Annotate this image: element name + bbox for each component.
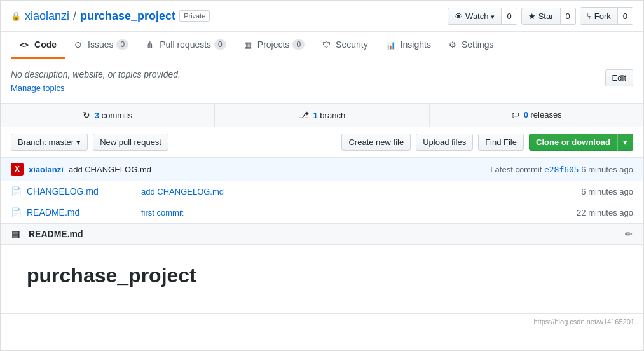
manage-topics-link[interactable]: Manage topics [11, 83, 181, 93]
star-label: Star [538, 11, 554, 21]
file-actions-bar: Branch: master ▾ New pull request Create… [1, 127, 643, 158]
create-new-file-button[interactable]: Create new file [341, 134, 411, 151]
fork-group: Fork 0 [580, 7, 633, 25]
tab-pull-requests[interactable]: Pull requests 0 [137, 32, 235, 59]
branch-dropdown-icon: ▾ [76, 137, 81, 147]
tab-projects-label: Projects [257, 39, 290, 50]
readme-title: README.md [11, 229, 83, 239]
file-name-changelog: CHANGELOG.md [27, 186, 141, 196]
proj-icon [244, 39, 254, 50]
star-count: 0 [561, 8, 576, 25]
clone-label: Clone or download [536, 137, 610, 147]
tab-issues[interactable]: Issues 0 [65, 32, 137, 59]
repo-description: No description, website, or topics provi… [1, 59, 643, 104]
tab-security[interactable]: Security [313, 32, 377, 59]
tab-code[interactable]: Code [11, 32, 65, 59]
clone-group: Clone or download ▾ [529, 134, 633, 151]
commits-label: commits [102, 111, 132, 120]
commit-right: Latest commit e28f605 6 minutes ago [490, 165, 633, 174]
readme-content: purchase_project [1, 245, 643, 313]
upload-files-button[interactable]: Upload files [416, 134, 473, 151]
tab-projects[interactable]: Projects 0 [235, 32, 313, 59]
tab-issues-label: Issues [88, 39, 113, 50]
table-row: 📄 README.md first commit 22 minutes ago [1, 202, 643, 223]
readme-section: README.md ✏ purchase_project [1, 223, 643, 314]
file-link-changelog[interactable]: CHANGELOG.md [27, 186, 99, 196]
commits-link[interactable]: 3 [95, 111, 99, 120]
readme-header: README.md ✏ [1, 224, 643, 245]
tab-settings-label: Settings [462, 39, 494, 50]
star-group: Star 0 [521, 8, 576, 25]
clone-chevron-icon: ▾ [623, 137, 627, 147]
repo-stats: 3 commits 1 branch 0 releases [1, 104, 643, 127]
commit-message: add CHANGELOG.md [69, 165, 151, 174]
gear-icon [449, 39, 458, 50]
star-icon [528, 11, 536, 21]
watch-group: Watch 0 [448, 8, 517, 25]
file-doc-icon: 📄 [11, 207, 22, 217]
file-commit-msg-readme[interactable]: first commit [141, 208, 183, 217]
file-list: 📄 CHANGELOG.md add CHANGELOG.md 6 minute… [1, 181, 643, 223]
find-file-button[interactable]: Find File [478, 134, 524, 151]
commits-icon [83, 111, 92, 120]
issues-icon [74, 39, 85, 50]
tag-icon [511, 110, 521, 120]
star-button[interactable]: Star [521, 8, 561, 25]
commit-banner: X xiaolanzi add CHANGELOG.md Latest comm… [1, 158, 643, 181]
commit-hash-link[interactable]: e28f605 [544, 165, 579, 174]
eye-icon [455, 11, 463, 21]
repo-name-link[interactable]: purchase_project [80, 10, 175, 23]
avatar: X [11, 163, 24, 176]
projects-badge: 0 [292, 39, 305, 50]
file-actions-right: Create new file Upload files Find File C… [341, 134, 633, 151]
pr-icon [146, 39, 156, 50]
file-doc-icon: 📄 [11, 186, 22, 196]
description-left: No description, website, or topics provi… [11, 69, 181, 93]
edit-readme-icon[interactable]: ✏ [625, 229, 633, 239]
lock-icon: 🔒 [11, 11, 21, 21]
file-commit-msg-changelog[interactable]: add CHANGELOG.md [141, 187, 224, 196]
repo-title: 🔒 xiaolanzi / purchase_project Private [11, 10, 210, 23]
file-commit-readme: first commit [141, 207, 557, 217]
repo-tabs: Code Issues 0 Pull requests 0 Projects 0… [1, 32, 643, 59]
grid-icon [11, 229, 24, 239]
file-name-readme: README.md [27, 207, 141, 217]
clone-or-download-button[interactable]: Clone or download [529, 134, 617, 151]
commit-left: X xiaolanzi add CHANGELOG.md [11, 163, 151, 176]
pr-badge: 0 [214, 39, 226, 50]
branch-btn-label: Branch: master [18, 137, 74, 147]
chevron-down-icon [491, 11, 495, 21]
branches-link[interactable]: 1 [313, 111, 318, 120]
repo-owner-link[interactable]: xiaolanzi [25, 10, 69, 23]
fork-count: 0 [618, 7, 633, 25]
tab-code-label: Code [34, 39, 57, 50]
shield-icon [322, 39, 332, 50]
tab-insights-label: Insights [401, 39, 431, 50]
readme-title-text: README.md [29, 229, 83, 239]
releases-link[interactable]: 0 [524, 110, 528, 120]
avatar-initial: X [15, 165, 20, 174]
releases-label: releases [530, 110, 561, 120]
repo-header: 🔒 xiaolanzi / purchase_project Private W… [1, 1, 643, 32]
file-time-changelog: 6 minutes ago [557, 187, 633, 196]
fork-icon [587, 11, 592, 21]
edit-button[interactable]: Edit [605, 69, 633, 86]
commits-stat: 3 commits [1, 104, 215, 127]
watch-button[interactable]: Watch [448, 8, 502, 25]
watch-label: Watch [465, 11, 488, 21]
branch-selector[interactable]: Branch: master ▾ [11, 134, 88, 151]
tab-settings[interactable]: Settings [440, 32, 503, 59]
tab-insights[interactable]: Insights [377, 32, 440, 59]
new-pull-request-button[interactable]: New pull request [93, 134, 168, 151]
page-footer: https://blog.csdn.net/w14165201.. [1, 314, 643, 327]
branches-label: branch [320, 111, 345, 120]
private-badge: Private [179, 10, 210, 22]
commit-author-link[interactable]: xiaolanzi [29, 165, 64, 174]
fork-button[interactable]: Fork [580, 7, 618, 25]
file-time-readme: 22 minutes ago [557, 208, 633, 217]
code-icon [20, 39, 31, 50]
watch-count: 0 [502, 8, 517, 25]
file-link-readme[interactable]: README.md [27, 207, 79, 217]
fork-label: Fork [594, 11, 611, 21]
clone-dropdown-button[interactable]: ▾ [617, 134, 633, 151]
